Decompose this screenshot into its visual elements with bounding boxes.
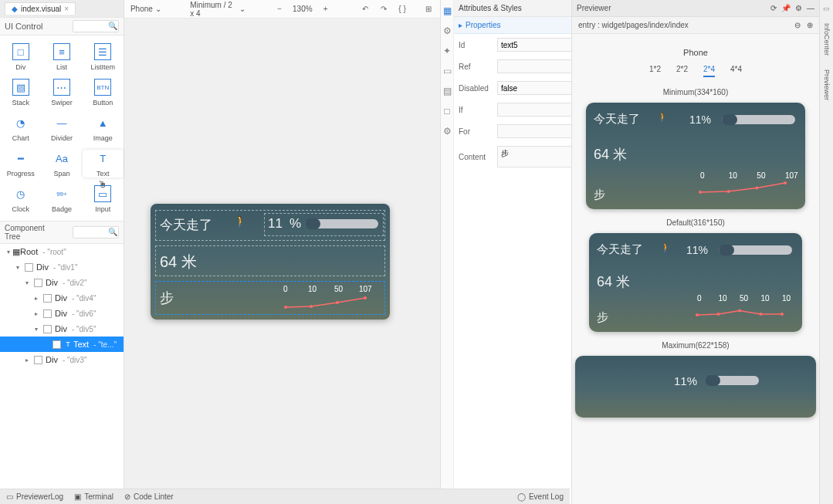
button-icon: BTN [94,79,111,96]
linter-icon: ⊘ [124,492,130,501]
palette-item-stack[interactable]: ▧Stack [0,79,41,107]
search-icon: 🔍 [108,22,117,30]
undo-button[interactable]: ↶ [360,3,371,15]
svg-point-7 [364,296,367,299]
canvas-area[interactable]: 今天走了 🚶 11 % 64 米 步 0 10 50 107 [124,19,440,504]
sidebar-tab-previewer[interactable]: Previewer [823,66,831,103]
tree-expand-icon[interactable]: ▸ [32,295,40,302]
tree-expand-icon[interactable]: ▾ [23,279,31,286]
chart-icon: ◔ [12,114,29,131]
size-tab-4x4[interactable]: 4*4 [730,65,742,77]
code-button[interactable]: { } [397,3,408,15]
size-tab-2x4[interactable]: 2*4 [703,65,715,77]
svg-point-4 [284,306,287,309]
tree-checkbox[interactable] [43,325,52,333]
text-icon: T [94,150,111,167]
palette-item-swiper[interactable]: ⋯Swiper [41,79,82,107]
prop-label-for: For [459,127,493,136]
canvas-percent: 11 [268,216,283,232]
tree-expand-icon[interactable]: ▸ [23,357,31,364]
size-tab-2x2[interactable]: 2*2 [676,65,688,77]
tree-expand-icon[interactable]: ▾ [14,264,22,271]
info-sidebar: ▭ InfoCenter Previewer [819,0,833,504]
tree-row[interactable]: ▾▦Root- "root" [0,244,124,259]
sidebar-tab-infocenter[interactable]: InfoCenter [823,20,831,59]
svg-text:50: 50 [757,171,766,180]
grid-settings-button[interactable]: ⊞ [423,3,434,15]
log-icon: ▭ [6,492,13,501]
minimize-icon[interactable]: — [807,4,814,12]
palette-item-input[interactable]: ▭Input [83,185,124,213]
tree-row[interactable]: ▸Div- "div6" [0,306,124,321]
preview-card: 11% [575,356,816,418]
preview-variant-label: Minimum(334*160) [572,88,819,96]
tree-checkbox[interactable] [43,294,52,303]
file-tab-bar: ◆ index.visual × [0,0,124,17]
palette-item-div[interactable]: □Div [0,43,41,71]
zoom-in-button[interactable]: + [320,3,331,15]
palette-item-image[interactable]: ▲Image [83,114,124,142]
close-icon[interactable]: × [64,5,69,13]
tree-checkbox[interactable] [43,310,52,318]
redo-button[interactable]: ↷ [378,3,389,15]
props-tab-more[interactable]: □ [441,105,453,117]
palette-item-list[interactable]: ≡List [41,43,82,71]
tree-checkbox[interactable] [25,263,33,272]
size-dropdown[interactable]: Minimum / 2 x 4 ⌄ [190,1,245,18]
tree-row[interactable]: ▸Div- "div4" [0,290,124,306]
palette-item-text[interactable]: TText🖱 [83,150,124,178]
svg-point-6 [336,301,339,304]
zoom-out-button[interactable]: − [274,3,285,15]
palette-item-span[interactable]: AaSpan [41,150,82,178]
status-code-linter[interactable]: ⊘Code Linter [124,492,174,501]
tree-row[interactable]: ▾Div- "div1" [0,259,124,275]
gear-icon[interactable]: ⚙ [795,4,802,12]
previewer-entry-bar: entry : widget/pages/index/index ⊖ ⊕ [572,17,819,34]
collapse-icon[interactable]: ▭ [823,5,830,12]
component-tree-header: Component Tree 🔍 [0,221,124,244]
file-tab-label: index.visual [21,5,61,13]
tree-expand-icon[interactable]: ▾ [32,326,40,333]
device-dropdown[interactable]: Phone ⌄ [130,5,161,13]
search-icon: 🔍 [108,228,117,236]
stack-icon: ▧ [12,79,29,96]
tree-row[interactable]: ▾Div- "div5" [0,321,124,337]
canvas-steps-selected[interactable]: 步 [160,289,174,307]
tree-expand-icon[interactable]: ▾ [5,249,12,255]
palette-item-button[interactable]: BTNButton [83,79,124,107]
zoom-in-icon[interactable]: ⊕ [807,21,813,29]
props-tab-events[interactable]: ⚙ [441,25,453,37]
tree-checkbox[interactable] [34,356,42,364]
status-terminal[interactable]: ▣Terminal [74,492,113,501]
status-event-log[interactable]: ◯Event Log [517,492,564,501]
palette-item-clock[interactable]: ◷Clock [0,185,41,213]
props-tab-attributes[interactable]: ▦ [441,5,453,17]
zoom-out-icon[interactable]: ⊖ [794,21,801,29]
file-icon: ◆ [12,5,18,13]
svg-point-21 [696,313,699,316]
progress-icon: ━ [12,150,29,167]
file-tab[interactable]: ◆ index.visual × [5,2,76,15]
palette-item-listitem[interactable]: ☰ListItem [83,43,124,71]
refresh-icon[interactable]: ⟳ [770,4,777,12]
palette-item-chart[interactable]: ◔Chart [0,114,41,142]
palette-item-divider[interactable]: —Divider [41,114,82,142]
widget-on-canvas[interactable]: 今天走了 🚶 11 % 64 米 步 0 10 50 107 [151,204,390,320]
props-tab-data[interactable]: ▤ [441,85,453,97]
pin-icon[interactable]: 📌 [781,4,791,12]
tree-row[interactable]: ▾Div- "div2" [0,275,124,290]
status-previewer-log[interactable]: ▭PreviewerLog [6,492,63,501]
tree-expand-icon[interactable]: ▸ [32,310,40,317]
svg-text:0: 0 [697,294,702,303]
tree-row[interactable]: ▸Div- "div3" [0,352,124,367]
tree-row[interactable]: TText- "te..." [0,337,124,352]
tree-checkbox[interactable] [52,340,61,349]
size-tab-1x2[interactable]: 1*2 [649,65,661,77]
props-tab-layout[interactable]: ▭ [441,65,453,77]
tree-checkbox[interactable] [34,279,42,287]
palette-item-progress[interactable]: ━Progress [0,150,41,178]
props-tab-style[interactable]: ✦ [441,45,453,57]
palette-item-badge[interactable]: 99+Badge [41,185,82,213]
props-tab-settings[interactable]: ⚙ [441,125,453,137]
preview-card: 今天走了 🚶 11% 64 米 步 01050107 [586,103,805,209]
